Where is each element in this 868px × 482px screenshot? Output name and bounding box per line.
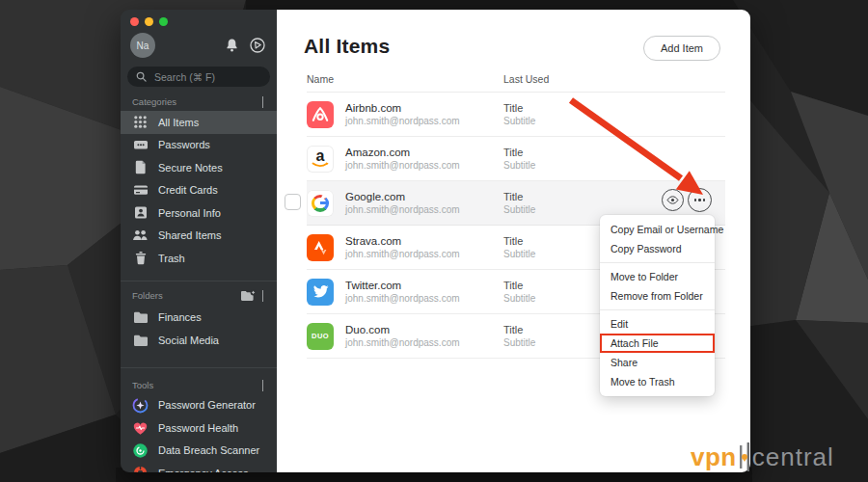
row-subtitle: Subtitle — [503, 337, 535, 349]
row-username: john.smith@nordpass.com — [345, 293, 492, 305]
settings-icon[interactable] — [248, 36, 267, 55]
menu-item-copy-email-or-username[interactable]: Copy Email or Username — [600, 220, 715, 239]
more-options-button[interactable] — [688, 188, 712, 212]
sidebar-item-label: Shared Items — [158, 229, 221, 241]
sidebar-item-label: All Items — [158, 117, 199, 128]
minimize-window-button[interactable] — [145, 17, 153, 26]
row-subtitle: Subtitle — [503, 293, 535, 305]
sidebar-item-social-media[interactable]: Social Media — [121, 329, 277, 352]
chevron-down-icon[interactable] — [257, 96, 265, 107]
zoom-window-button[interactable] — [159, 17, 168, 26]
sidebar-item-emergency-access[interactable]: Emergency Access — [121, 462, 277, 472]
row-username: john.smith@nordpass.com — [345, 116, 492, 127]
row-name: Amazon.com — [345, 147, 492, 159]
sidebar-section-tools: ToolsPassword GeneratorPassword HealthDa… — [121, 367, 277, 473]
sidebar-item-label: Password Generator — [158, 399, 256, 411]
page-title: All Items — [304, 35, 390, 58]
column-last-used: Last Used — [503, 73, 549, 85]
row-subtitle: Subtitle — [503, 249, 535, 260]
avatar[interactable]: Na — [130, 33, 155, 58]
sidebar-item-all-items[interactable]: All Items — [121, 111, 277, 134]
add-item-button[interactable]: Add Item — [643, 36, 720, 61]
row-subtitle: Subtitle — [503, 204, 535, 216]
row-name: Airbnb.com — [345, 102, 492, 115]
watermark-suffix: central — [752, 442, 834, 472]
row-title: Title — [503, 280, 535, 292]
sidebar-item-secure-notes[interactable]: Secure Notes — [121, 156, 277, 179]
emergency-icon — [132, 465, 149, 472]
health-icon — [132, 419, 149, 436]
row-title: Title — [503, 191, 535, 203]
sidebar-item-credit-cards[interactable]: Credit Cards — [121, 179, 277, 202]
sidebar-item-label: Passwords — [158, 139, 210, 150]
window-controls — [121, 10, 277, 26]
folder-plus-icon[interactable] — [240, 289, 257, 303]
sidebar-item-data-breach-scanner[interactable]: Data Breach Scanner — [121, 440, 277, 463]
row-name: Google.com — [345, 191, 492, 203]
menu-item-remove-from-folder[interactable]: Remove from Folder — [600, 286, 715, 306]
sidebar: Na CategoriesAll ItemsPasswordsSecure No… — [121, 10, 277, 472]
row-username: john.smith@nordpass.com — [345, 160, 492, 172]
search-input[interactable] — [152, 70, 261, 84]
menu-item-share[interactable]: Share — [600, 353, 715, 372]
list-row-amazon-com[interactable]: aAmazon.comjohn.smith@nordpass.comTitleS… — [307, 137, 725, 181]
chevron-down-icon[interactable] — [257, 380, 265, 390]
row-title: Title — [503, 324, 535, 336]
row-checkbox[interactable] — [285, 194, 301, 210]
column-name: Name — [307, 73, 334, 85]
sidebar-item-finances[interactable]: Finances — [121, 307, 277, 330]
sidebar-item-label: Personal Info — [158, 207, 221, 219]
notifications-bell-icon[interactable] — [222, 36, 241, 55]
sidebar-item-password-health[interactable]: Password Health — [121, 416, 277, 440]
row-title: Title — [503, 102, 535, 115]
twitter-icon — [307, 279, 334, 306]
google-icon — [307, 190, 334, 217]
watermark-logo-icon — [739, 442, 750, 471]
row-username: john.smith@nordpass.com — [345, 249, 492, 260]
list-header: Name Last Used — [307, 73, 725, 93]
menu-item-copy-password[interactable]: Copy Password — [600, 239, 715, 258]
section-label: Categories — [132, 96, 257, 107]
secure-notes-icon — [132, 159, 149, 175]
chevron-down-icon[interactable] — [257, 290, 265, 301]
close-window-button[interactable] — [130, 17, 139, 26]
section-label: Tools — [132, 380, 257, 390]
folder-icon — [132, 309, 149, 326]
sidebar-item-label: Credit Cards — [158, 184, 218, 196]
sidebar-item-label: Trash — [158, 253, 185, 264]
shared-items-icon — [132, 228, 149, 244]
sidebar-item-password-generator[interactable]: Password Generator — [121, 394, 277, 417]
sidebar-section-categories: CategoriesAll ItemsPasswordsSecure Notes… — [121, 96, 277, 270]
dots-icon — [694, 199, 696, 201]
row-subtitle: Subtitle — [503, 116, 535, 127]
menu-item-move-to-folder[interactable]: Move to Folder — [600, 267, 715, 286]
watermark-brand: vpn — [691, 442, 737, 472]
sidebar-item-label: Password Health — [158, 422, 238, 434]
search-icon — [136, 71, 147, 82]
credit-cards-icon — [132, 182, 149, 199]
list-row-airbnb-com[interactable]: Airbnb.comjohn.smith@nordpass.comTitleSu… — [307, 93, 725, 137]
main-content: All Items Add Item Name Last Used Airbnb… — [277, 10, 750, 472]
menu-item-attach-file[interactable]: Attach File — [600, 334, 715, 353]
search-bar[interactable] — [127, 67, 270, 87]
sidebar-item-label: Emergency Access — [158, 468, 249, 472]
row-name: Duo.com — [345, 324, 492, 336]
menu-item-move-to-trash[interactable]: Move to Trash — [600, 372, 715, 391]
eye-icon — [666, 196, 679, 204]
sidebar-item-passwords[interactable]: Passwords — [121, 134, 277, 157]
grid-icon — [132, 114, 149, 130]
show-password-button[interactable] — [662, 189, 684, 211]
sidebar-item-trash[interactable]: Trash — [121, 247, 277, 270]
sidebar-item-personal-info[interactable]: Personal Info — [121, 201, 277, 225]
amazon-icon: a — [307, 146, 334, 173]
duo-icon: DUO — [307, 323, 334, 350]
passwords-icon — [132, 137, 149, 153]
strava-icon — [307, 234, 334, 261]
sidebar-item-shared-items[interactable]: Shared Items — [121, 225, 277, 248]
nordpass-window: Na CategoriesAll ItemsPasswordsSecure No… — [121, 10, 750, 472]
menu-item-edit[interactable]: Edit — [600, 314, 715, 334]
row-username: john.smith@nordpass.com — [345, 337, 492, 349]
sidebar-item-label: Secure Notes — [158, 162, 223, 174]
folder-icon — [132, 332, 149, 348]
sidebar-item-label: Social Media — [158, 335, 219, 346]
